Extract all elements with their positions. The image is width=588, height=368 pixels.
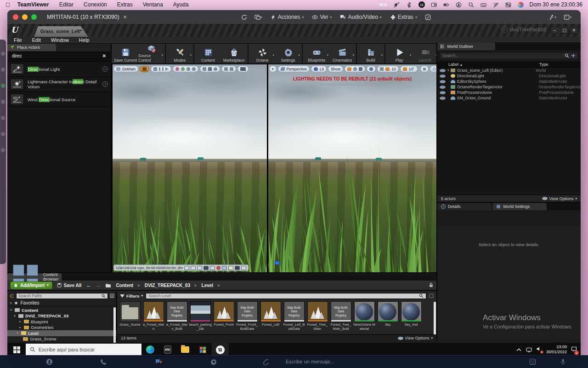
display-icon[interactable] xyxy=(431,1,437,8)
taskbar-clock[interactable]: 23:00 30/01/2022 xyxy=(546,345,567,355)
menu-ventana[interactable]: Ventana xyxy=(143,1,163,8)
help-icon[interactable]: ? xyxy=(102,81,108,87)
outliner-header[interactable]: Label ▲ Type xyxy=(437,61,581,68)
visibility-eye-icon[interactable] xyxy=(440,91,446,94)
outliner-row[interactable]: EditorSkySphere StaticMeshActor xyxy=(437,79,581,84)
asset-tile[interactable]: Sky xyxy=(377,301,399,331)
breadcrumb-pack[interactable]: DVIZ_TREEPACK_03 xyxy=(145,283,190,288)
add-import-button[interactable]: Add/Import▾ xyxy=(10,282,52,289)
actor-item-lightmass-volume[interactable]: Lightmass Character Indirect Detail Volu… xyxy=(7,77,111,92)
add-filter-icon[interactable] xyxy=(571,53,576,58)
actor-item-wind-source[interactable]: Wind Directional Source xyxy=(7,92,111,107)
lock-icon[interactable] xyxy=(429,281,434,289)
dock-app-icon[interactable] xyxy=(1,84,5,88)
collapse-sources-icon[interactable] xyxy=(9,293,14,299)
teamviewer-session-badge[interactable]: 18 xyxy=(418,1,425,8)
visibility-eye-icon[interactable] xyxy=(440,69,446,72)
start-button[interactable] xyxy=(7,343,26,356)
attachment-icon[interactable] xyxy=(263,358,270,367)
edge-taskbar-icon[interactable] xyxy=(141,343,159,356)
play-button[interactable]: Play ▾ xyxy=(386,44,412,63)
status-icon[interactable] xyxy=(228,266,233,270)
search-paths-input[interactable]: Search Paths xyxy=(16,293,108,299)
settings-icon[interactable] xyxy=(210,358,217,367)
status-icon[interactable] xyxy=(191,266,196,270)
emoji-icon[interactable] xyxy=(529,358,536,367)
breadcrumb-level[interactable]: Level xyxy=(202,283,214,288)
viewport-right[interactable]: ▾ Perspective Lit Show 10 10° xyxy=(268,64,436,272)
taskbar-search-box[interactable]: Escribe aquí para buscar xyxy=(26,344,141,356)
world-settings-tab[interactable]: World Settings xyxy=(492,203,547,210)
outliner-row[interactable]: OctaneRenderTargetActor OctaneRenderTarg… xyxy=(437,84,581,90)
asset-tile[interactable]: Forest_Tree_Main xyxy=(306,301,328,331)
cb-view-options[interactable]: View Options▾ xyxy=(398,336,433,340)
asset-tile[interactable]: Sky_Inst xyxy=(400,301,422,331)
dock-app-icon[interactable] xyxy=(1,116,5,120)
tree-scrollbar[interactable] xyxy=(113,307,116,344)
extras-menu[interactable]: Extras▾ xyxy=(390,14,417,20)
tree-item-level[interactable]: ▾ Level xyxy=(7,330,116,336)
asset-tile[interactable]: Map Build Data Registry Forest_Left_Buil… xyxy=(283,301,305,331)
tree-item-content[interactable]: ▾ Content xyxy=(7,307,116,313)
save-filter-icon[interactable] xyxy=(429,293,434,298)
details-tab[interactable]: Details xyxy=(437,203,492,210)
visibility-eye-icon[interactable] xyxy=(440,97,446,100)
settings-button[interactable]: Settings ▾ xyxy=(275,44,301,63)
reload-icon[interactable] xyxy=(241,14,247,20)
outliner-view-options[interactable]: View Options▾ xyxy=(542,196,577,201)
performance-icon[interactable]: ▾ xyxy=(548,14,556,20)
status-icon[interactable] xyxy=(204,266,209,270)
snapshot-button[interactable] xyxy=(237,66,249,72)
record-status-icon[interactable] xyxy=(216,266,220,270)
outliner-row[interactable]: ▾ Grass_scene_Left (Editor) World xyxy=(437,68,581,73)
session-tab[interactable]: MRTITAN-01 (10 x RTX3090) ✕ xyxy=(47,14,127,20)
asset-tile[interactable]: Map Build Data Registry a_Forest_Main_Bu… xyxy=(166,301,188,331)
unreal-taskbar-icon[interactable]: u xyxy=(211,343,229,356)
audio-video-menu[interactable]: Audio/Vídeo▾ xyxy=(340,14,381,20)
place-actors-search[interactable]: ✕ xyxy=(9,52,109,59)
world-local-toggle[interactable] xyxy=(367,66,376,72)
dock-app-icon[interactable] xyxy=(1,52,5,56)
record-controls[interactable] xyxy=(173,66,198,72)
ue-close-button[interactable]: ✕ xyxy=(570,27,578,34)
apple-menu-icon[interactable]:  xyxy=(6,1,10,8)
mac-dock-strip[interactable] xyxy=(0,40,6,264)
breadcrumb-content[interactable]: Content xyxy=(116,283,133,288)
camera-controls[interactable] xyxy=(200,66,220,72)
blueprints-button[interactable]: Blueprints ▾ xyxy=(304,44,329,63)
photos-taskbar-icon[interactable] xyxy=(194,343,211,356)
outliner-search[interactable]: Search... xyxy=(440,52,578,59)
camera-speed-button[interactable] xyxy=(420,66,429,72)
ue-maximize-button[interactable]: ▢ xyxy=(560,27,568,34)
place-actors-tab[interactable]: Place Actors xyxy=(7,44,56,51)
type-column-header[interactable]: Type xyxy=(539,62,548,67)
bookmark-controls[interactable] xyxy=(221,66,236,72)
capture-icon[interactable] xyxy=(275,261,280,265)
angle-snap-group[interactable]: 10° xyxy=(400,66,418,72)
launch-button[interactable]: Launch ▾ xyxy=(412,44,438,63)
spotlight-search-icon[interactable] xyxy=(468,1,475,8)
menu-ayuda[interactable]: Ayuda xyxy=(173,1,189,8)
asset-tile[interactable]: beach_parking_16k xyxy=(189,301,211,331)
image-status-icon[interactable] xyxy=(235,266,240,270)
asset-tile[interactable]: Forest_Left xyxy=(260,301,282,331)
control-center-icon[interactable] xyxy=(505,1,512,8)
user-switch-icon[interactable] xyxy=(456,1,462,8)
keyboard-brightness-icon[interactable] xyxy=(481,1,487,8)
transform-tools[interactable] xyxy=(345,66,365,72)
save-current-button[interactable]: Save Current xyxy=(113,44,138,63)
zoom-window-button[interactable] xyxy=(31,14,37,20)
maximize-viewport-button[interactable] xyxy=(430,66,436,72)
level-tab[interactable]: Grass_scene_Left* xyxy=(34,26,88,37)
asset-tile[interactable]: Grass_Scene xyxy=(119,301,141,331)
favorites-section[interactable]: ▾ ★ Favorites xyxy=(7,300,116,306)
file-explorer-taskbar-icon[interactable] xyxy=(176,343,194,356)
asset-tile[interactable]: Map Build Data Registry Forest_Front_Bui… xyxy=(236,301,258,331)
window-mode-icon[interactable]: ▾ xyxy=(564,14,571,20)
menu-help[interactable]: Help xyxy=(79,37,90,43)
asset-tile[interactable]: Forest_Front xyxy=(213,301,235,331)
playback-controls[interactable] xyxy=(151,66,171,72)
build-button[interactable]: Build ▾ xyxy=(358,44,384,63)
epic-games-taskbar-icon[interactable]: EPIC xyxy=(159,343,176,356)
actor-item-directional-light[interactable]: Directional Light ? xyxy=(7,62,111,77)
